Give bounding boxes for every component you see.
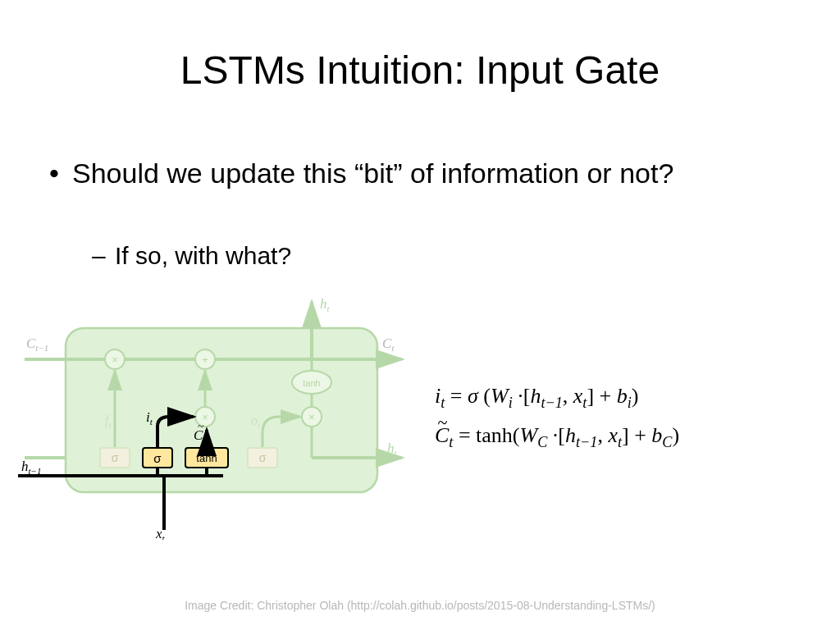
equation-i: it = σ (Wi ·[ht−1, xt] + bi) (435, 377, 679, 417)
times-op-3: × (308, 411, 315, 423)
tanh-out: tanh (303, 378, 320, 388)
lstm-diagram: × + tanh × × σ σ ft ot Ct−1 Ct ht ht σ t… (16, 294, 410, 540)
equations-block: it = σ (Wi ·[ht−1, xt] + bi) Ct = tanh(W… (435, 377, 679, 456)
h-prev-label: ht−1 (21, 459, 41, 476)
h-top-label: ht (320, 296, 331, 313)
sigma-box-faded-1: σ (112, 451, 119, 464)
sigma-box-faded-2: σ (259, 451, 267, 464)
plus-op: + (202, 354, 208, 366)
bullet-sub: If so, with what? (115, 242, 291, 270)
equation-c-tilde: Ct = tanh(WC ·[ht−1, xt] + bC) (435, 417, 679, 456)
bullet-main: Should we update this “bit” of informati… (72, 156, 673, 191)
page-title: LSTMs Intuition: Input Gate (0, 48, 840, 93)
sigma-box-active: σ (153, 451, 162, 465)
times-op-1: × (112, 354, 118, 366)
h-right-label: ht (387, 441, 398, 458)
tanh-box-active: tanh (196, 452, 217, 464)
c-next-label: Ct (382, 336, 395, 353)
c-prev-label: Ct−1 (26, 336, 48, 353)
image-credit: Image Credit: Christopher Olah (http://c… (0, 599, 840, 612)
